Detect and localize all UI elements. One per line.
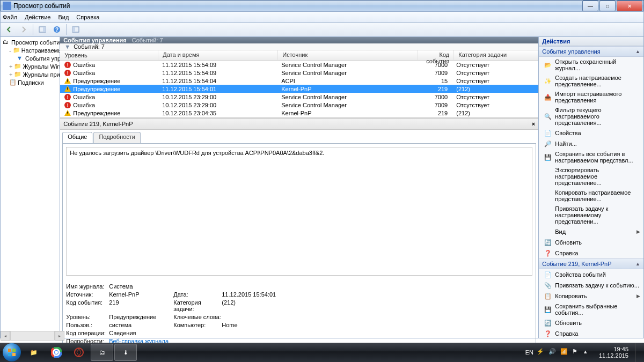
tray-icon[interactable]: 🔊 [548, 348, 557, 357]
col-date[interactable]: Дата и время [158, 50, 278, 60]
action-item[interactable]: 💾Сохранить выбранные события... [539, 301, 643, 317]
help-button[interactable]: ? [50, 23, 63, 36]
filter-count: Событий: 7 [74, 43, 105, 50]
tree-app-logs[interactable]: +📁Журналы приложений и сл [1, 70, 60, 78]
lbl-category: Категория задачи: [173, 299, 222, 312]
start-button[interactable] [1, 342, 23, 362]
action-icon: 🔄 [544, 239, 552, 246]
event-row[interactable]: !Ошибка11.12.2015 15:54:09Service Contro… [60, 69, 538, 77]
forward-button[interactable] [17, 23, 30, 36]
menu-help[interactable]: Справка [76, 14, 99, 20]
val-source: Kernel-PnP [109, 291, 173, 298]
event-row[interactable]: Предупреждение10.12.2015 23:04:35Kernel-… [60, 109, 538, 117]
taskbar-eventviewer[interactable]: 🗂 [91, 344, 113, 361]
app-icon [3, 2, 11, 10]
window-titlebar: Просмотр событий — □ ✕ [0, 0, 644, 11]
show-desktop-button[interactable] [635, 343, 641, 362]
action-icon: 📥 [544, 93, 552, 101]
actions-category-2[interactable]: Событие 219, Kernel-PnP▲ [539, 258, 643, 269]
lbl-computer: Компьютер: [173, 322, 222, 328]
taskbar-app-red[interactable] [68, 344, 90, 360]
action-item[interactable]: 📄Свойства [539, 128, 643, 138]
action-item[interactable]: 📂Открыть сохраненный журнал... [539, 57, 643, 73]
tree-admin-events[interactable]: ▼События управления [1, 54, 60, 62]
lbl-keywords: Ключевые слова: [173, 314, 222, 320]
col-category[interactable]: Категория задачи [454, 50, 538, 60]
system-tray: EN ⚡ 🔊 📶 ⚑ ▴ 19:45 11.12.2015 [525, 343, 644, 362]
action-item[interactable]: 🔍Фильтр текущего настраиваемого представ… [539, 105, 643, 128]
action-item[interactable]: ❓Справка [539, 328, 643, 339]
menu-view[interactable]: Вид [58, 14, 69, 20]
tray-lang[interactable]: EN [525, 349, 533, 356]
maximize-button[interactable]: □ [599, 1, 616, 11]
detail-header: Событие 219, Kernel-PnP × [60, 119, 538, 130]
folder-icon: 📁 [14, 63, 21, 70]
tree-custom-views[interactable]: -📁Настраиваемые представл [1, 46, 60, 54]
show-tree-button[interactable] [69, 23, 82, 36]
collapse-icon: ▲ [635, 261, 640, 267]
tree-subscriptions[interactable]: 📋Подписки [1, 78, 60, 86]
action-item[interactable]: 🔄Обновить [539, 237, 643, 248]
taskbar-app-other[interactable]: 🌡 [114, 344, 137, 361]
taskbar-chrome[interactable] [46, 344, 67, 360]
event-row[interactable]: Предупреждение11.12.2015 15:54:01Kernel-… [60, 85, 538, 93]
tray-chevron-icon[interactable]: ▴ [584, 348, 592, 357]
tab-general[interactable]: Общие [62, 132, 92, 143]
action-item[interactable]: Привязать задачу к настраиваемому предст… [539, 204, 643, 226]
action-item[interactable]: 🔄Обновить [539, 317, 643, 328]
event-row[interactable]: !Ошибка10.12.2015 23:29:00Service Contro… [60, 93, 538, 101]
tray-icon[interactable]: ⚡ [537, 348, 545, 357]
event-list[interactable]: !Ошибка11.12.2015 15:54:09Service Contro… [60, 61, 538, 118]
detail-close-button[interactable]: × [532, 121, 535, 127]
lbl-logname: Имя журнала: [66, 283, 109, 290]
tree-pane: 🗂Просмотр событий (Локальны -📁Настраивае… [1, 37, 60, 338]
action-item[interactable]: Экспортировать настраиваемое представлен… [539, 165, 643, 188]
menu-file[interactable]: Файл [3, 14, 17, 20]
tree-windows-logs[interactable]: +📁Журналы Windows [1, 62, 60, 70]
col-level[interactable]: Уровень [60, 50, 158, 60]
filter-row: ▼ Событий: 7 [60, 43, 538, 50]
warning-icon [64, 86, 71, 92]
menu-action[interactable]: Действие [25, 14, 50, 20]
val-computer: Home [222, 322, 329, 328]
tree-root[interactable]: 🗂Просмотр событий (Локальны [1, 38, 60, 46]
action-item[interactable]: 📋Копировать▶ [539, 291, 643, 301]
action-item[interactable]: 📄Свойства событий [539, 269, 643, 280]
action-icon [544, 211, 552, 219]
taskbar-explorer[interactable]: 📁 [23, 344, 45, 360]
tray-network-icon[interactable]: 📶 [560, 348, 569, 357]
action-item[interactable]: Копировать настраиваемое представление..… [539, 188, 643, 204]
close-button[interactable]: ✕ [617, 1, 642, 11]
action-item[interactable]: 📥Импорт настраиваемого представления [539, 89, 643, 105]
col-event-id[interactable]: Код события [418, 50, 454, 60]
minimize-button[interactable]: — [582, 1, 598, 11]
event-list-header: Уровень Дата и время Источник Код событи… [60, 50, 538, 61]
action-icon [544, 228, 552, 235]
action-item[interactable]: ❓Справка [539, 248, 643, 258]
val-date: 11.12.2015 15:54:01 [222, 291, 329, 298]
svg-rect-1 [43, 27, 46, 32]
action-item[interactable]: 💾Сохранить все события в настраиваемом п… [539, 149, 643, 165]
tab-details[interactable]: Подробности [93, 132, 141, 143]
event-row[interactable]: !Ошибка11.12.2015 15:54:09Service Contro… [60, 61, 538, 69]
back-button[interactable] [3, 23, 16, 36]
col-source[interactable]: Источник [278, 50, 418, 60]
error-icon: ! [64, 102, 71, 108]
tray-flag-icon[interactable]: ⚑ [572, 348, 581, 357]
event-row[interactable]: !Ошибка10.12.2015 23:29:00Service Contro… [60, 101, 538, 109]
action-item[interactable]: 📎Привязать задачу к событию... [539, 280, 643, 291]
event-properties: Имя журнала: Система Источник: Kernel-Pn… [66, 283, 532, 344]
actions-category-1[interactable]: События управления▲ [539, 46, 643, 57]
action-icon: 📋 [544, 292, 552, 300]
workarea: 🗂Просмотр событий (Локальны -📁Настраивае… [0, 37, 644, 338]
action-item[interactable]: 🔎Найти... [539, 138, 643, 149]
action-item[interactable]: Вид▶ [539, 226, 643, 237]
warning-icon [64, 110, 71, 116]
show-action-pane-button[interactable] [36, 23, 49, 36]
action-item[interactable]: ✨Создать настраиваемое представление... [539, 73, 643, 89]
tree-hscrollbar[interactable]: ◂▸ [1, 331, 60, 338]
event-row[interactable]: Предупреждение11.12.2015 15:54:04ACPI15О… [60, 77, 538, 85]
error-icon: ! [64, 70, 71, 76]
actions-pane: Действия События управления▲ 📂Открыть со… [538, 37, 643, 338]
tray-clock[interactable]: 19:45 11.12.2015 [599, 346, 628, 359]
